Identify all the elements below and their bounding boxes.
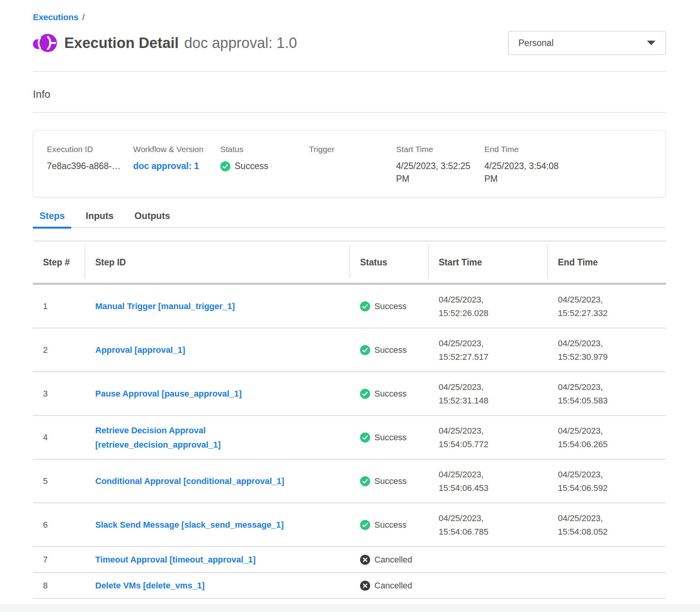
step-id-link[interactable]: Conditional Approval [conditional_approv…	[95, 476, 284, 486]
column-header-start-time: Start Time	[429, 241, 548, 283]
step-number: 2	[33, 343, 85, 357]
execution-info-card: Execution ID 7e8ac396-a868-… Workflow & …	[33, 130, 666, 197]
check-circle-icon	[360, 476, 370, 486]
page-title: Execution Detail	[64, 35, 179, 51]
end-time-value: 4/25/2023, 3:54:08 PM	[484, 160, 562, 185]
workflow-branch-icon	[33, 32, 57, 54]
tab-steps[interactable]: Steps	[33, 210, 71, 229]
steps-table: Step # Step ID Status Start Time End Tim…	[33, 241, 666, 599]
tab-outputs[interactable]: Outputs	[128, 210, 177, 229]
breadcrumb-separator: /	[82, 12, 84, 22]
step-status-label: Cancelled	[374, 553, 412, 566]
table-row: 2 Approval [approval_1] Success 04/25/20…	[33, 328, 666, 372]
step-status: Success	[350, 431, 429, 444]
table-row: 5 Conditional Approval [conditional_appr…	[33, 460, 666, 503]
step-status-label: Success	[374, 299, 407, 313]
step-status-label: Success	[374, 343, 407, 357]
x-circle-icon	[360, 555, 370, 565]
step-start-time: 04/25/2023, 15:52:27.517	[429, 337, 548, 364]
chevron-down-icon	[647, 41, 655, 45]
step-id-link[interactable]: Manual Trigger [manual_trigger_1]	[95, 301, 235, 311]
step-number: 6	[33, 518, 85, 532]
info-label: Status	[220, 145, 309, 154]
step-status-label: Success	[374, 518, 407, 532]
steps-table-body: 1 Manual Trigger [manual_trigger_1] Succ…	[33, 285, 666, 599]
workflow-version-link[interactable]: doc approval: 1	[133, 161, 199, 171]
info-field-execution-id: Execution ID 7e8ac396-a868-…	[47, 145, 133, 185]
step-end-time: 04/25/2023, 15:54:05.583	[548, 380, 666, 407]
step-id-link[interactable]: Retrieve Decision Approval [retrieve_dec…	[95, 426, 221, 450]
step-end-time: 04/25/2023, 15:54:06.592	[548, 468, 666, 495]
tab-inputs[interactable]: Inputs	[79, 210, 120, 229]
x-circle-icon	[360, 581, 370, 591]
table-row: 7 Timeout Approval [timeout_approval_1] …	[33, 547, 666, 573]
table-row: 4 Retrieve Decision Approval [retrieve_d…	[33, 416, 666, 460]
column-header-end-time: End Time	[548, 241, 666, 283]
check-circle-icon	[360, 433, 370, 443]
step-end-time: 04/25/2023, 15:52:27.332	[548, 293, 666, 320]
info-field-workflow: Workflow & Version doc approval: 1	[133, 145, 220, 185]
check-circle-icon	[360, 389, 370, 399]
info-label: Trigger	[309, 145, 396, 154]
start-time-value: 4/25/2023, 3:52:25 PM	[396, 160, 474, 185]
table-row: 8 Delete VMs [delete_vms_1] Cancelled	[33, 573, 666, 599]
execution-id-value: 7e8ac396-a868-…	[47, 160, 133, 173]
table-row: 3 Pause Approval [pause_approval_1] Succ…	[33, 372, 666, 416]
step-number: 5	[33, 474, 85, 488]
step-id-link[interactable]: Delete VMs [delete_vms_1]	[95, 581, 204, 590]
check-circle-icon	[360, 301, 370, 311]
step-number: 1	[33, 299, 85, 313]
step-id-link[interactable]: Slack Send Message [slack_send_message_1…	[95, 520, 284, 530]
step-status-label: Success	[374, 431, 407, 444]
step-status: Cancelled	[350, 553, 429, 566]
title-row: Execution Detail doc approval: 1.0 Perso…	[33, 31, 666, 55]
execution-detail-page: Executions/ Execution Detail doc approva…	[0, 0, 700, 604]
check-circle-icon	[220, 161, 230, 171]
breadcrumb: Executions/	[33, 0, 666, 22]
step-status: Success	[350, 474, 429, 488]
step-number: 8	[33, 579, 85, 592]
execution-status: Success	[220, 160, 309, 173]
step-end-time: 04/25/2023, 15:54:06.265	[548, 424, 666, 451]
step-start-time: 04/25/2023, 15:52:26.028	[429, 293, 548, 320]
check-circle-icon	[360, 520, 370, 530]
step-status: Cancelled	[350, 579, 429, 592]
step-start-time: 04/25/2023, 15:54:05.772	[429, 424, 548, 451]
step-start-time: 04/25/2023, 15:54:06.453	[429, 468, 548, 495]
info-field-start-time: Start Time 4/25/2023, 3:52:25 PM	[396, 145, 484, 185]
steps-table-header: Step # Step ID Status Start Time End Tim…	[33, 241, 666, 285]
step-start-time: 04/25/2023, 15:54:06.785	[429, 511, 548, 538]
info-field-status: Status Success	[220, 145, 309, 185]
step-status: Success	[350, 343, 429, 357]
info-field-trigger: Trigger	[309, 145, 396, 185]
table-row: 1 Manual Trigger [manual_trigger_1] Succ…	[33, 285, 666, 328]
step-status-label: Success	[374, 474, 407, 488]
info-divider	[33, 112, 666, 113]
step-start-time: 04/25/2023, 15:52:31.148	[429, 380, 548, 407]
step-status: Success	[350, 299, 429, 313]
page-subtitle: doc approval: 1.0	[184, 35, 297, 51]
column-header-step-number: Step #	[33, 241, 85, 283]
step-id-link[interactable]: Pause Approval [pause_approval_1]	[95, 389, 242, 398]
step-id-link[interactable]: Approval [approval_1]	[95, 345, 185, 355]
step-status-label: Cancelled	[374, 579, 412, 592]
execution-status-label: Success	[235, 160, 268, 173]
check-circle-icon	[360, 345, 370, 355]
breadcrumb-executions-link[interactable]: Executions	[33, 12, 78, 22]
table-row: 6 Slack Send Message [slack_send_message…	[33, 503, 666, 547]
step-id-link[interactable]: Timeout Approval [timeout_approval_1]	[95, 555, 256, 564]
step-status-label: Success	[374, 387, 407, 400]
info-field-end-time: End Time 4/25/2023, 3:54:08 PM	[484, 145, 573, 185]
info-label: Execution ID	[47, 145, 133, 154]
step-end-time: 04/25/2023, 15:54:08.052	[548, 511, 666, 538]
info-label: Start Time	[396, 145, 484, 154]
info-label: Workflow & Version	[133, 145, 220, 154]
workspace-dropdown[interactable]: Personal	[508, 31, 666, 55]
step-status: Success	[350, 387, 429, 400]
step-status: Success	[350, 518, 429, 532]
step-end-time: 04/25/2023, 15:52:30.979	[548, 337, 666, 364]
step-number: 4	[33, 431, 85, 444]
column-header-step-id: Step ID	[85, 241, 350, 283]
column-header-status: Status	[350, 241, 429, 283]
workspace-dropdown-value: Personal	[518, 38, 554, 48]
